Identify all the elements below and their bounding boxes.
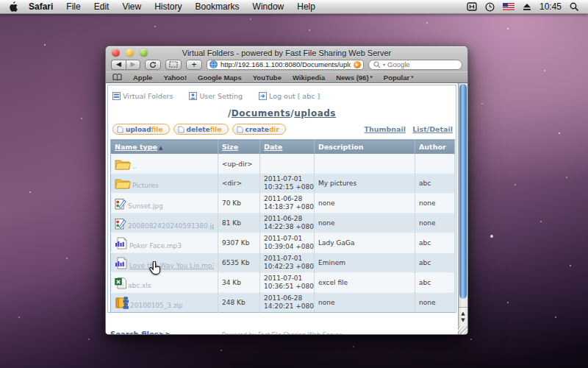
table-row: ..<up-dir>: [111, 155, 455, 174]
cell-size: <up-dir>: [218, 155, 260, 174]
cell-size: 248 Kb: [218, 293, 260, 313]
bookmark-label: Popular: [384, 74, 409, 82]
back-button[interactable]: ◀: [111, 60, 126, 70]
page-footer: Powered by Fast File Sharing Web Server: [106, 332, 458, 335]
address-bar[interactable]: ▸: [207, 60, 364, 70]
cell-description: My pictures: [315, 174, 415, 194]
menu-safari[interactable]: Safari: [22, 1, 60, 12]
file-name-link[interactable]: Love the Way You Lie.mp3: [129, 262, 214, 269]
file-name-link[interactable]: 2008082420240591380.jpg: [128, 222, 214, 230]
bookmark-news-96-[interactable]: News (96)▾: [336, 74, 373, 82]
cell-size: 34 Kb: [218, 273, 260, 293]
cell-author: none: [415, 293, 455, 313]
menu-file[interactable]: File: [60, 1, 87, 12]
reload-button[interactable]: [145, 60, 161, 70]
bookmark-apple[interactable]: Apple: [133, 74, 152, 82]
clock-menu-icon[interactable]: [485, 2, 495, 12]
bookmark-label: News (96): [336, 74, 368, 82]
cell-author: abc: [415, 233, 455, 253]
table-row: Pictures<dir>2011-07-0110:32:15 +0800My …: [111, 174, 455, 194]
sort-ascending-icon: ▲: [159, 145, 162, 151]
webclip-button[interactable]: [165, 60, 182, 70]
cell-date: 2011-07-0110:36:51 +0800: [260, 273, 315, 293]
bookmark-youtube[interactable]: YouTube: [253, 74, 282, 82]
scrollbar-thumb[interactable]: [459, 84, 467, 299]
menu-edit[interactable]: Edit: [87, 1, 116, 12]
minimize-button[interactable]: [126, 49, 134, 57]
file-name-link[interactable]: Pictures: [132, 182, 159, 189]
bookmark-wikipedia[interactable]: Wikipedia: [293, 74, 325, 82]
safari-window: Virtual Folders - powered by Fast File S…: [105, 46, 468, 335]
bookmark-label: Yahoo!: [163, 74, 187, 82]
menu-help[interactable]: Help: [290, 1, 322, 12]
bookmark-popular[interactable]: Popular▾: [384, 74, 414, 82]
forward-button[interactable]: ▶: [126, 60, 140, 70]
file-name-link[interactable]: ..: [132, 163, 137, 170]
chevron-down-icon: ▾: [411, 74, 413, 80]
table-row: 2008082420240591380.jpg81 Kb2011-06-2814…: [111, 213, 455, 233]
header-name-type[interactable]: Name type▲: [111, 140, 218, 155]
header-date[interactable]: Date: [260, 140, 315, 155]
bookmark-google-maps[interactable]: Google Maps: [198, 74, 242, 82]
eject-menu-icon[interactable]: [523, 3, 531, 11]
cell-description: none: [315, 213, 415, 233]
file-name-link[interactable]: Sunset.jpg: [128, 202, 163, 210]
nav-logout[interactable]: Log out [ abc ]: [259, 92, 320, 100]
close-button[interactable]: [112, 49, 120, 57]
apple-menu-icon[interactable]: [7, 1, 22, 12]
window-resize-grip[interactable]: [458, 326, 467, 335]
logout-icon: [259, 92, 267, 100]
menu-items: SafariFileEditViewHistoryBookmarksWindow…: [22, 1, 322, 12]
file-name-link[interactable]: abc.xls: [128, 282, 151, 289]
menu-bookmarks[interactable]: Bookmarks: [189, 1, 246, 12]
breadcrumb-documents[interactable]: Documents: [232, 108, 290, 118]
search-options-carat[interactable]: ▾: [383, 62, 385, 67]
vertical-scrollbar[interactable]: ▲ ▼: [458, 83, 467, 335]
nav-virtual-folders[interactable]: Virtual Folders: [112, 92, 173, 100]
create-dir-button[interactable]: createdir: [232, 124, 286, 135]
cell-description: none: [315, 194, 415, 213]
upload-file-button[interactable]: uploadfile: [112, 124, 170, 135]
url-input[interactable]: [220, 60, 351, 68]
file-name-link[interactable]: 20100105_3.zip: [130, 302, 183, 309]
bookmark-yahoo-[interactable]: Yahoo!: [163, 74, 187, 82]
breadcrumb-uploads[interactable]: uploads: [294, 108, 336, 118]
scroll-up-arrow[interactable]: ▲: [461, 311, 465, 316]
title-bar[interactable]: Virtual Folders - powered by Fast File S…: [106, 46, 467, 59]
menu-window[interactable]: Window: [246, 1, 291, 12]
spotlight-icon[interactable]: [570, 2, 579, 12]
excel-file-icon: [115, 277, 126, 289]
table-row: Love the Way You Lie.mp36535 Kb2011-07-0…: [111, 253, 455, 273]
image-file-icon: [115, 217, 126, 230]
file-icon: [178, 126, 184, 133]
flag-menu-icon[interactable]: [503, 3, 514, 10]
scroll-down-arrow[interactable]: ▼: [461, 317, 465, 323]
file-name-link[interactable]: Poker Face.mp3: [129, 242, 182, 250]
add-bookmark-button[interactable]: +: [186, 60, 202, 70]
view-thumbnail-link[interactable]: Thumbnail: [365, 125, 406, 133]
menu-history[interactable]: History: [148, 1, 188, 12]
delete-file-button[interactable]: deletefile: [173, 124, 229, 135]
google-search-field[interactable]: ▾: [368, 60, 462, 70]
menu-bar-clock[interactable]: 10:45: [539, 1, 562, 12]
header-size[interactable]: Size: [218, 140, 260, 155]
cell-size: 70 Kb: [218, 194, 260, 213]
folders-icon: [112, 92, 121, 100]
image-file-icon: [115, 197, 126, 210]
cell-name: abc.xls: [111, 273, 218, 293]
cell-author: none: [415, 194, 455, 213]
input-menu-icon[interactable]: [467, 2, 477, 11]
rss-badge-icon[interactable]: ▸: [354, 61, 361, 68]
file-table: Name type▲ Size Date Description Author …: [110, 139, 455, 313]
page-content: Virtual Folders User Setting Log out [ a…: [106, 83, 467, 335]
file-icon: [237, 126, 243, 133]
menu-view[interactable]: View: [115, 1, 148, 12]
search-input[interactable]: [387, 60, 457, 68]
nav-user-setting[interactable]: User Setting: [189, 92, 243, 100]
zoom-button[interactable]: [140, 49, 148, 57]
view-list-detail-link[interactable]: List/Detail: [412, 125, 453, 133]
cell-name: 2008082420240591380.jpg: [111, 213, 218, 233]
bookmarks-book-icon[interactable]: [112, 74, 122, 81]
view-mode-links: Thumbnail List/Detail: [360, 125, 453, 133]
cell-author: [415, 155, 455, 174]
